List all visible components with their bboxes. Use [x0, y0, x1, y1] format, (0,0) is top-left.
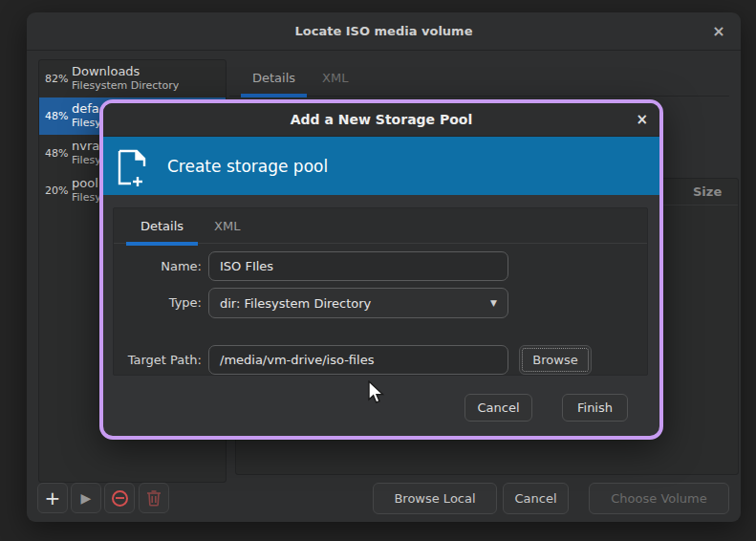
dialog-close-icon[interactable]: ×: [636, 111, 648, 128]
tab-details[interactable]: Details: [239, 59, 309, 96]
pool-usage-percent: 48%: [39, 110, 72, 122]
start-pool-button[interactable]: ▶: [71, 483, 101, 513]
name-label: Name:: [114, 259, 202, 273]
window-titlebar: Locate ISO media volume ×: [27, 12, 741, 51]
close-icon[interactable]: ×: [708, 21, 729, 42]
dialog-finish-button[interactable]: Finish: [562, 394, 628, 422]
size-column-header[interactable]: Size: [693, 184, 722, 199]
browse-local-button[interactable]: Browse Local: [373, 483, 497, 514]
plus-icon: +: [45, 488, 61, 508]
mouse-cursor: [367, 380, 388, 405]
new-document-plus-icon: [116, 145, 152, 187]
pool-usage-percent: 20%: [39, 184, 72, 197]
stop-icon: [112, 490, 128, 507]
dialog-finish-label: Finish: [577, 400, 613, 415]
target-path-value: /media/vm-drive/iso-files: [220, 353, 374, 367]
pool-name: Downloads: [72, 64, 179, 79]
pool-name: pool: [72, 176, 101, 191]
dialog-cancel-label: Cancel: [477, 400, 519, 415]
name-value: ISO FIles: [220, 259, 273, 273]
window-title: Locate ISO media volume: [295, 24, 473, 38]
dialog-tab-xml[interactable]: XML: [199, 208, 255, 243]
pool-type: Filesystem Directory: [72, 79, 179, 93]
pool-usage-percent: 82%: [39, 73, 72, 85]
cancel-label: Cancel: [514, 491, 556, 506]
browse-local-label: Browse Local: [394, 491, 475, 506]
browse-label: Browse: [532, 353, 577, 367]
dialog-tabstrip: Details XML: [114, 208, 647, 244]
dialog-cancel-button[interactable]: Cancel: [464, 394, 532, 422]
chevron-down-icon: ▼: [490, 298, 497, 308]
dialog-tab-details[interactable]: Details: [125, 208, 199, 243]
choose-volume-button[interactable]: Choose Volume: [589, 483, 729, 514]
create-pool-banner: Create storage pool: [103, 137, 659, 195]
banner-title: Create storage pool: [167, 157, 328, 176]
dialog-titlebar: Add a New Storage Pool ×: [103, 103, 659, 137]
pool-row-downloads[interactable]: 82% Downloads Filesystem Directory: [39, 60, 226, 97]
add-pool-button[interactable]: +: [37, 483, 68, 513]
target-path-input[interactable]: /media/vm-drive/iso-files: [208, 345, 508, 375]
cancel-button[interactable]: Cancel: [503, 483, 569, 514]
pool-usage-percent: 48%: [39, 147, 72, 160]
pool-type: Filesy: [72, 154, 101, 167]
pool-tabstrip: Details XML: [229, 59, 729, 97]
delete-pool-button[interactable]: [139, 483, 169, 513]
trash-icon: [146, 489, 162, 507]
stop-pool-button[interactable]: [104, 483, 135, 513]
type-value: dir: Filesystem Directory: [220, 296, 371, 311]
pool-name: defa: [72, 101, 101, 117]
browse-button[interactable]: Browse: [519, 345, 592, 375]
pool-type: Filesy: [72, 117, 101, 130]
name-input[interactable]: ISO FIles: [208, 251, 508, 281]
target-path-label: Target Path:: [114, 353, 202, 367]
dialog-title: Add a New Storage Pool: [291, 112, 473, 127]
dialog-notebook: Details XML Name: ISO FIles Type: dir: F…: [113, 207, 648, 376]
type-dropdown[interactable]: dir: Filesystem Directory ▼: [208, 288, 508, 318]
type-label: Type:: [114, 295, 202, 310]
tab-xml[interactable]: XML: [309, 59, 361, 96]
pool-type: Filesy: [72, 191, 101, 205]
pool-name: nvra: [72, 139, 101, 154]
play-icon: ▶: [81, 491, 92, 505]
choose-volume-label: Choose Volume: [611, 491, 706, 506]
